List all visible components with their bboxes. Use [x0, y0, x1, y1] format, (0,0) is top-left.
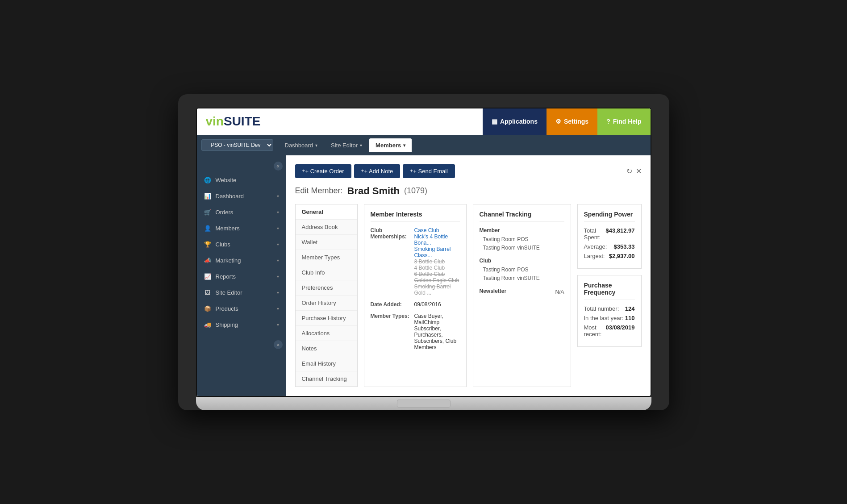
- toolbar-right: ↻ ✕: [626, 167, 642, 175]
- most-recent-label: Most recent:: [584, 324, 606, 337]
- member-interests-title: Member Interests: [371, 211, 460, 222]
- chevron-down-icon: ▾: [277, 258, 279, 263]
- tab-dashboard[interactable]: Dashboard ▾: [279, 138, 324, 152]
- most-recent-value: 03/08/2019: [605, 324, 634, 337]
- gear-icon: ⚙: [555, 118, 561, 125]
- channel-newsletter-section: Newsletter N/A: [480, 288, 564, 296]
- add-note-button[interactable]: + + Add Note: [354, 164, 401, 178]
- refresh-icon[interactable]: ↻: [626, 167, 632, 175]
- club-smoking-barrel[interactable]: Smoking Barrel Class...: [414, 246, 451, 258]
- collapse-left-icon-bottom[interactable]: «: [274, 340, 283, 349]
- sidebar-item-website[interactable]: 🌐 Website: [197, 172, 286, 188]
- edit-member-label: Edit Member:: [295, 186, 343, 196]
- send-email-button[interactable]: + + Send Email: [403, 164, 455, 178]
- total-spent-row: Total Spent: $43,812.97: [584, 227, 635, 241]
- tab-general[interactable]: General: [296, 204, 357, 220]
- sidebar-item-site-editor[interactable]: 🖼 Site Editor ▾: [197, 285, 286, 301]
- chevron-down-icon: ▾: [277, 306, 279, 311]
- sidebar-collapse-bottom: «: [197, 337, 286, 352]
- chevron-down-icon: ▾: [277, 274, 279, 279]
- channel-club-section: Club Tasting Room POS Tasting Room vinSU…: [480, 258, 564, 283]
- club-memberships-label: ClubMemberships:: [371, 227, 411, 296]
- header-buttons: ▦ Applications ⚙ Settings ? Find Help: [483, 108, 651, 135]
- sidebar-item-reports[interactable]: 📈 Reports ▾: [197, 269, 286, 285]
- club-4-bottle: 4 Bottle Club: [414, 265, 445, 271]
- club-smoking-barrel-gold: Smoking Barrel Gold ...: [414, 283, 451, 296]
- globe-icon: 🌐: [204, 177, 211, 184]
- dashboard-icon: 📊: [204, 193, 211, 200]
- chevron-down-icon: ▾: [403, 143, 405, 148]
- sidebar-item-marketing[interactable]: 📣 Marketing ▾: [197, 253, 286, 269]
- channel-member-label: Member: [480, 227, 500, 233]
- tab-wallet[interactable]: Wallet: [296, 235, 357, 250]
- find-help-button[interactable]: ? Find Help: [597, 108, 650, 135]
- env-selector[interactable]: _PSO - vinSUITE Dev: [201, 139, 273, 151]
- plus-icon: +: [361, 168, 364, 174]
- sidebar: « 🌐 Website 📊 Dashboard ▾: [197, 155, 286, 396]
- collapse-left-icon[interactable]: «: [274, 162, 283, 171]
- channel-member-section: Member Tasting Room POS Tasting Room vin…: [480, 227, 564, 252]
- tab-member-types[interactable]: Member Types: [296, 250, 357, 265]
- laptop-base: [196, 397, 651, 410]
- tab-notes[interactable]: Notes: [296, 341, 357, 356]
- main-container: « 🌐 Website 📊 Dashboard ▾: [197, 155, 651, 396]
- club-nicks-4-bottle[interactable]: Nick's 4 Bottle Bona...: [414, 233, 448, 246]
- sidebar-item-products[interactable]: 📦 Products ▾: [197, 301, 286, 317]
- logo: vinSUITE: [197, 114, 270, 129]
- club-memberships-row: ClubMemberships: Case Club Nick's 4 Bott…: [371, 227, 460, 296]
- channel-club-label: Club: [480, 258, 492, 264]
- tab-preferences[interactable]: Preferences: [296, 280, 357, 296]
- sidebar-item-dashboard[interactable]: 📊 Dashboard ▾: [197, 188, 286, 204]
- toolbar: + + Create Order + + Add Note + + Send E…: [295, 164, 642, 178]
- date-added-label: Date Added:: [371, 301, 411, 308]
- club-case-club[interactable]: Case Club: [414, 227, 439, 233]
- products-icon: 📦: [204, 305, 211, 312]
- edit-member-header: Edit Member: Brad Smith (1079): [295, 185, 642, 197]
- right-panels: Spending Power Total Spent: $43,812.97 A…: [577, 204, 642, 387]
- nav-bar: _PSO - vinSUITE Dev Dashboard ▾ Site Edi…: [197, 135, 651, 155]
- chevron-down-icon: ▾: [277, 322, 279, 327]
- tab-club-info[interactable]: Club Info: [296, 265, 357, 280]
- tab-email-history[interactable]: Email History: [296, 356, 357, 371]
- settings-button[interactable]: ⚙ Settings: [547, 108, 597, 135]
- question-icon: ?: [606, 118, 610, 125]
- tab-site-editor[interactable]: Site Editor ▾: [325, 138, 368, 152]
- tab-order-history[interactable]: Order History: [296, 296, 357, 311]
- sidebar-item-shipping[interactable]: 🚚 Shipping ▾: [197, 317, 286, 333]
- applications-button[interactable]: ▦ Applications: [483, 108, 547, 135]
- member-types-label: Member Types:: [371, 313, 411, 350]
- logo-suite: SUITE: [224, 114, 260, 128]
- content-grid: General Address Book Wallet Member Types…: [295, 204, 642, 387]
- grid-icon: ▦: [492, 118, 497, 125]
- average-row: Average: $353.33: [584, 243, 635, 250]
- largest-label: Largest:: [584, 253, 605, 259]
- tab-members[interactable]: Members ▾: [369, 138, 412, 152]
- spending-power-title: Spending Power: [584, 211, 635, 222]
- tab-allocations[interactable]: Allocations: [296, 326, 357, 341]
- create-order-button[interactable]: + + Create Order: [295, 164, 351, 178]
- logo-vin: vin: [206, 114, 224, 128]
- plus-icon: +: [410, 168, 413, 174]
- reports-icon: 📈: [204, 273, 211, 280]
- chevron-down-icon: ▾: [277, 210, 279, 215]
- close-icon[interactable]: ✕: [636, 167, 642, 175]
- tab-channel-tracking[interactable]: Channel Tracking: [296, 371, 357, 387]
- average-label: Average:: [584, 243, 607, 250]
- plus-icon: +: [302, 168, 305, 174]
- channel-tracking-title: Channel Tracking: [480, 211, 564, 222]
- club-memberships-value: Case Club Nick's 4 Bottle Bona... Smokin…: [414, 227, 460, 296]
- spending-power-panel: Spending Power Total Spent: $43,812.97 A…: [577, 204, 642, 269]
- last-year-label: In the last year:: [584, 315, 624, 321]
- chevron-down-icon: ▾: [277, 242, 279, 247]
- total-number-row: Total number: 124: [584, 305, 635, 312]
- sidebar-item-members[interactable]: 👤 Members ▾: [197, 221, 286, 237]
- largest-value: $2,937.00: [609, 253, 635, 259]
- sidebar-item-orders[interactable]: 🛒 Orders ▾: [197, 204, 286, 221]
- largest-row: Largest: $2,937.00: [584, 253, 635, 259]
- cart-icon: 🛒: [204, 209, 211, 216]
- channel-tracking-panel: Channel Tracking Member Tasting Room POS…: [473, 204, 571, 387]
- sidebar-item-clubs[interactable]: 🏆 Clubs ▾: [197, 237, 286, 253]
- most-recent-row: Most recent: 03/08/2019: [584, 324, 635, 337]
- tab-purchase-history[interactable]: Purchase History: [296, 311, 357, 326]
- tab-address-book[interactable]: Address Book: [296, 220, 357, 235]
